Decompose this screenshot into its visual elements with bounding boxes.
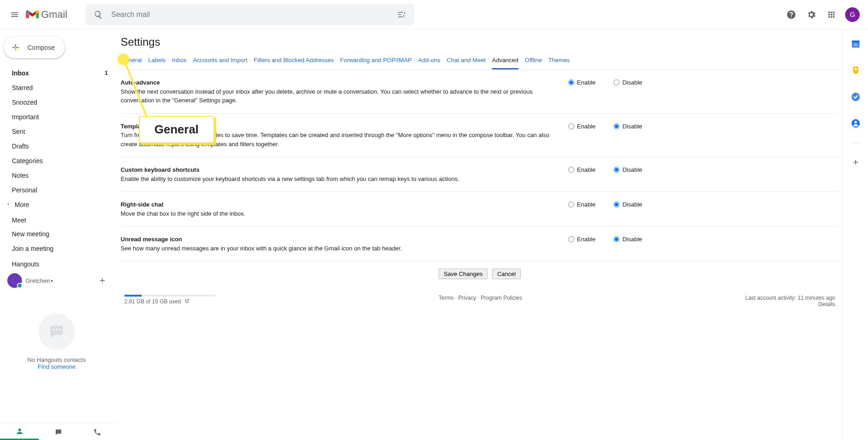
search-icon[interactable] xyxy=(89,5,107,24)
keep-icon[interactable] xyxy=(847,61,865,80)
calendar-icon[interactable]: 31 xyxy=(847,35,865,53)
disable-radio[interactable]: Disable xyxy=(614,201,642,208)
hangouts-tab-conversations[interactable] xyxy=(39,424,78,440)
nav-label: Join a meeting xyxy=(12,245,53,252)
tab-advanced[interactable]: Advanced xyxy=(492,52,519,69)
tab-accounts[interactable]: Accounts and Import xyxy=(193,52,247,69)
hangouts-tab-contacts[interactable] xyxy=(0,424,39,440)
folder-nav: Inbox 1 Starred Snoozed Important Sent D… xyxy=(0,66,117,424)
external-link-icon[interactable] xyxy=(184,298,190,305)
enable-radio[interactable]: Enable xyxy=(568,79,595,86)
enable-radio-input[interactable] xyxy=(568,80,574,85)
product-name: Gmail xyxy=(41,9,67,21)
enable-radio-input[interactable] xyxy=(568,167,574,173)
enable-radio[interactable]: Enable xyxy=(568,166,595,173)
search-input[interactable] xyxy=(107,11,392,19)
tab-inbox[interactable]: Inbox xyxy=(172,52,187,69)
disable-radio[interactable]: Disable xyxy=(614,166,642,173)
cancel-button[interactable]: Cancel xyxy=(492,269,520,279)
side-panel: 31 xyxy=(842,29,868,440)
setting-title: Custom keyboard shortcuts xyxy=(121,165,550,175)
radio-label: Enable xyxy=(577,236,595,243)
search-box[interactable] xyxy=(85,4,414,25)
enable-radio[interactable]: Enable xyxy=(568,123,595,130)
nav-label: Categories xyxy=(12,157,43,164)
tab-filters[interactable]: Filters and Blocked Addresses xyxy=(254,52,334,69)
tab-themes[interactable]: Themes xyxy=(548,52,570,69)
section-meet: Meet xyxy=(0,212,113,227)
enable-radio[interactable]: Enable xyxy=(568,236,595,243)
enable-radio-input[interactable] xyxy=(568,201,574,207)
policies-link[interactable]: Program Policies xyxy=(481,295,522,301)
find-someone-link[interactable]: Find someone xyxy=(38,363,75,370)
settings-tabbar: General Labels Inbox Accounts and Import… xyxy=(117,52,842,70)
enable-radio-input[interactable] xyxy=(568,236,574,242)
nav-sent[interactable]: Sent xyxy=(0,124,113,139)
tab-chat[interactable]: Chat and Meet xyxy=(447,52,486,69)
radio-label: Disable xyxy=(622,201,642,208)
main-menu-icon[interactable] xyxy=(5,5,24,24)
privacy-link[interactable]: Privacy xyxy=(458,295,476,301)
disable-radio-input[interactable] xyxy=(614,167,619,173)
hangouts-speech-icon xyxy=(38,313,75,350)
section-hangouts: Hangouts xyxy=(0,256,113,270)
nav-starred[interactable]: Starred xyxy=(0,80,113,95)
nav-notes[interactable]: Notes xyxy=(0,168,113,183)
hangouts-empty-state: No Hangouts contacts Find someone xyxy=(0,291,113,370)
disable-radio[interactable]: Disable xyxy=(614,123,642,130)
search-options-icon[interactable] xyxy=(392,5,411,24)
disable-radio-input[interactable] xyxy=(614,123,619,129)
nav-personal[interactable]: Personal xyxy=(0,183,113,197)
apps-grid-icon[interactable] xyxy=(822,5,841,24)
page-title: Settings xyxy=(117,29,842,52)
hangouts-tab-calls[interactable] xyxy=(78,424,117,440)
hangouts-user-row[interactable]: Gretchen ▾ xyxy=(0,270,113,291)
nav-label: Starred xyxy=(12,84,33,91)
disable-radio-input[interactable] xyxy=(614,236,619,242)
disable-radio-input[interactable] xyxy=(614,201,619,207)
nav-inbox[interactable]: Inbox 1 xyxy=(0,66,113,80)
nav-categories[interactable]: Categories xyxy=(0,154,113,168)
nav-important[interactable]: Important xyxy=(0,110,113,124)
footer-links: Terms · Privacy · Program Policies xyxy=(439,295,522,307)
plus-icon[interactable] xyxy=(97,275,108,286)
enable-radio[interactable]: Enable xyxy=(568,201,595,208)
support-icon[interactable] xyxy=(782,5,800,24)
nav-snoozed[interactable]: Snoozed xyxy=(0,95,113,110)
disable-radio[interactable]: Disable xyxy=(614,79,642,86)
terms-link[interactable]: Terms xyxy=(439,295,454,301)
setting-title: Unread message icon xyxy=(121,235,550,244)
chevron-down-icon xyxy=(5,201,11,208)
contacts-icon[interactable] xyxy=(847,114,865,133)
nav-more[interactable]: More xyxy=(0,197,113,212)
svg-rect-1 xyxy=(852,41,859,43)
disable-radio-input[interactable] xyxy=(614,80,619,85)
nav-new-meeting[interactable]: New meeting xyxy=(0,227,113,241)
tasks-icon[interactable] xyxy=(847,88,865,106)
disable-radio[interactable]: Disable xyxy=(614,236,642,243)
add-addons-icon[interactable] xyxy=(847,153,865,171)
tab-labels[interactable]: Labels xyxy=(148,52,165,69)
setting-right-side-chat: Right-side chat Move the chat box to the… xyxy=(121,192,839,227)
account-avatar[interactable]: G xyxy=(845,7,860,22)
nav-join-meeting[interactable]: Join a meeting xyxy=(0,241,113,256)
details-link[interactable]: Details xyxy=(818,301,835,307)
tab-forwarding[interactable]: Forwarding and POP/IMAP xyxy=(340,52,412,69)
save-button[interactable]: Save Changes xyxy=(439,269,487,279)
enable-radio-input[interactable] xyxy=(568,123,574,129)
gmail-logo[interactable]: Gmail xyxy=(26,9,67,21)
storage-block: 2.81 GB of 15 GB used xyxy=(124,295,216,307)
radio-label: Enable xyxy=(577,123,595,130)
nav-label: Personal xyxy=(12,186,37,194)
radio-label: Disable xyxy=(622,166,642,173)
tab-addons[interactable]: Add-ons xyxy=(418,52,440,69)
settings-gear-icon[interactable] xyxy=(802,5,820,24)
radio-label: Enable xyxy=(577,201,595,208)
compose-button[interactable]: Compose xyxy=(4,37,65,58)
chevron-down-icon[interactable]: ▾ xyxy=(51,278,53,283)
tab-offline[interactable]: Offline xyxy=(525,52,542,69)
main-panel: Settings General Labels Inbox Accounts a… xyxy=(117,29,842,440)
setting-desc-text: Move the chat box to the right side of t… xyxy=(121,210,245,217)
hangouts-bottom-tabs xyxy=(0,424,117,440)
nav-drafts[interactable]: Drafts xyxy=(0,139,113,154)
